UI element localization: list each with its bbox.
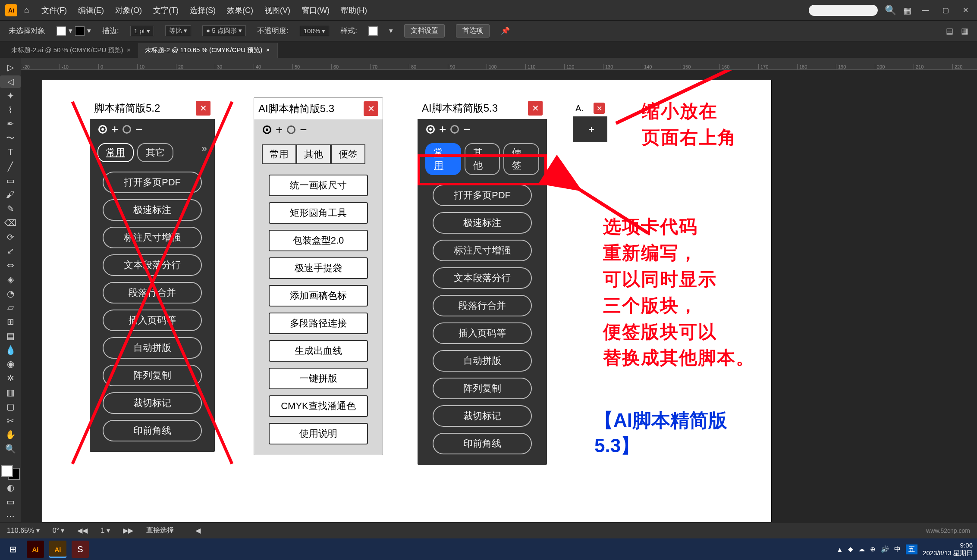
radio-minus-icon[interactable]	[287, 125, 295, 134]
wand-tool-icon[interactable]: ✦	[0, 90, 21, 102]
artboard-nav-readout[interactable]: 1 ▾	[101, 526, 110, 535]
script-button[interactable]: 打开多页PDF	[433, 185, 532, 206]
zoom-tool-icon[interactable]: 🔍	[0, 443, 21, 455]
tray-volume-icon[interactable]: 🔊	[881, 545, 889, 553]
script-button[interactable]: 极速标注	[433, 212, 532, 234]
menu-type[interactable]: 文字(T)	[153, 5, 179, 16]
menu-object[interactable]: 对象(O)	[115, 5, 142, 16]
script-button[interactable]: 阵列复制	[103, 365, 202, 386]
direct-select-tool-icon[interactable]: ◁	[0, 75, 21, 88]
script-button[interactable]: 自动拼版	[433, 350, 532, 372]
doc-setup-button[interactable]: 文档设置	[404, 24, 445, 38]
doc-tab-2[interactable]: 未标题-2 @ 110.65 % (CMYK/CPU 预览) ×	[139, 43, 278, 58]
color-chips[interactable]	[1, 465, 20, 479]
menu-file[interactable]: 文件(F)	[41, 5, 67, 16]
mesh-tool-icon[interactable]: ⊞	[0, 316, 21, 328]
script-button[interactable]: 极速标注	[103, 199, 202, 221]
curvature-tool-icon[interactable]: 〜	[0, 132, 21, 144]
panel-53l-tab-other[interactable]: 其他	[296, 144, 331, 164]
menu-effect[interactable]: 效果(C)	[227, 5, 253, 16]
blend-tool-icon[interactable]: ◉	[0, 358, 21, 370]
script-button[interactable]: 阵列复制	[433, 378, 532, 399]
pin-icon[interactable]: 📌	[501, 26, 510, 35]
screen-mode-icon[interactable]: ▭	[0, 496, 21, 508]
symbol-spray-icon[interactable]: ✲	[0, 372, 21, 385]
scroll-left-icon[interactable]: ◀	[195, 526, 201, 535]
arrange-icon[interactable]: ▦	[903, 5, 911, 16]
radio-minus-icon[interactable]	[450, 125, 459, 134]
menu-select[interactable]: 选择(S)	[190, 5, 216, 16]
taskbar-clock[interactable]: 9:06 2023/8/13 星期日	[923, 541, 973, 557]
gradient-tool-icon[interactable]: ▤	[0, 330, 21, 342]
script-button[interactable]: 裁切标记	[433, 405, 532, 427]
style-swatch[interactable]	[368, 26, 378, 36]
panel-52-tab-other[interactable]: 其它	[137, 143, 173, 162]
script-button[interactable]: 标注尺寸增强	[103, 227, 202, 248]
prefs-button[interactable]: 首选项	[456, 24, 490, 38]
stroke-swatch[interactable]	[75, 26, 85, 36]
chevron-right-icon[interactable]: »	[202, 143, 207, 162]
maximize-button[interactable]: ▢	[939, 6, 952, 14]
shaper-tool-icon[interactable]: ✎	[0, 203, 21, 215]
tray-icon[interactable]: ☁	[858, 545, 865, 553]
scale-tool-icon[interactable]: ⤢	[0, 245, 21, 257]
radio-plus-icon[interactable]	[98, 125, 107, 134]
menu-edit[interactable]: 编辑(E)	[78, 5, 104, 16]
artboard-tool-icon[interactable]: ▢	[0, 400, 21, 413]
zoom-readout[interactable]: 110.65% ▾	[7, 526, 40, 535]
free-transform-icon[interactable]: ◈	[0, 273, 21, 285]
stroke-weight[interactable]: 1 pt ▾	[130, 26, 154, 36]
script-button[interactable]: 包装盒型2.0	[269, 230, 368, 251]
shape-builder-icon[interactable]: ◔	[0, 287, 21, 300]
script-button[interactable]: 文本段落分行	[433, 267, 532, 289]
perspective-icon[interactable]: ▱	[0, 301, 21, 314]
hand-tool-icon[interactable]: ✋	[0, 429, 21, 441]
panel-52-tab-common[interactable]: 常用	[97, 143, 134, 162]
script-button[interactable]: 插入页码等	[433, 322, 532, 344]
script-button[interactable]: 矩形圆角工具	[269, 202, 368, 224]
script-button[interactable]: 印前角线	[433, 433, 532, 454]
panel-52-close-icon[interactable]: ✕	[196, 101, 210, 116]
script-button[interactable]: 生成出血线	[269, 340, 368, 362]
search-field-top[interactable]	[809, 5, 878, 16]
opacity-value[interactable]: 100% ▾	[300, 26, 330, 36]
script-button[interactable]: 印前角线	[103, 420, 202, 441]
pen-tool-icon[interactable]: ✒	[0, 118, 21, 130]
fg-color-chip[interactable]	[1, 465, 13, 477]
script-button[interactable]: CMYK查找潘通色	[269, 395, 368, 417]
search-icon[interactable]: 🔍	[885, 5, 896, 16]
script-button[interactable]: 段落行合并	[433, 295, 532, 316]
menu-help[interactable]: 帮助(H)	[341, 5, 367, 16]
script-button[interactable]: 使用说明	[269, 423, 368, 444]
selection-tool-icon[interactable]: ▷	[0, 61, 21, 74]
type-tool-icon[interactable]: T	[0, 146, 21, 159]
script-button[interactable]: 段落行合并	[103, 282, 202, 303]
script-button[interactable]: 自动拼版	[103, 337, 202, 359]
eyedropper-icon[interactable]: 💧	[0, 344, 21, 356]
panel-53d-close-icon[interactable]: ✕	[528, 101, 543, 116]
tray-ime2-icon[interactable]: 五	[906, 544, 917, 554]
draw-mode-icon[interactable]: ◐	[0, 482, 21, 494]
rotate-readout[interactable]: 0° ▾	[53, 526, 65, 535]
panel-53l-tab-common[interactable]: 常用	[262, 144, 296, 164]
script-button[interactable]: 文本段落分行	[103, 254, 202, 276]
brush-tool-icon[interactable]: 🖌	[0, 188, 21, 201]
radio-plus-icon[interactable]	[426, 125, 435, 134]
tray-ime-icon[interactable]: 中	[894, 545, 901, 554]
slice-tool-icon[interactable]: ✂	[0, 414, 21, 427]
close-button[interactable]: ✕	[959, 6, 972, 14]
graph-tool-icon[interactable]: ▥	[0, 386, 21, 399]
script-button[interactable]: 多段路径连接	[269, 313, 368, 334]
script-button[interactable]: 裁切标记	[103, 392, 202, 414]
panel-toggle-icon[interactable]: ▤	[946, 26, 953, 36]
panel-53l-close-icon[interactable]: ✕	[364, 101, 378, 116]
menu-view[interactable]: 视图(V)	[264, 5, 290, 16]
edit-toolbar-icon[interactable]: ⋯	[0, 510, 21, 522]
tray-icon[interactable]: ◆	[848, 545, 853, 553]
script-button[interactable]: 极速手提袋	[269, 257, 368, 279]
tray-icon[interactable]: ▲	[836, 546, 843, 553]
home-icon[interactable]: ⌂	[24, 5, 29, 15]
taskbar-ai-1[interactable]: Ai	[27, 541, 44, 558]
panel-53l-tab-notes[interactable]: 便签	[331, 144, 365, 164]
artboard-nav-next-icon[interactable]: ▶▶	[123, 526, 133, 535]
